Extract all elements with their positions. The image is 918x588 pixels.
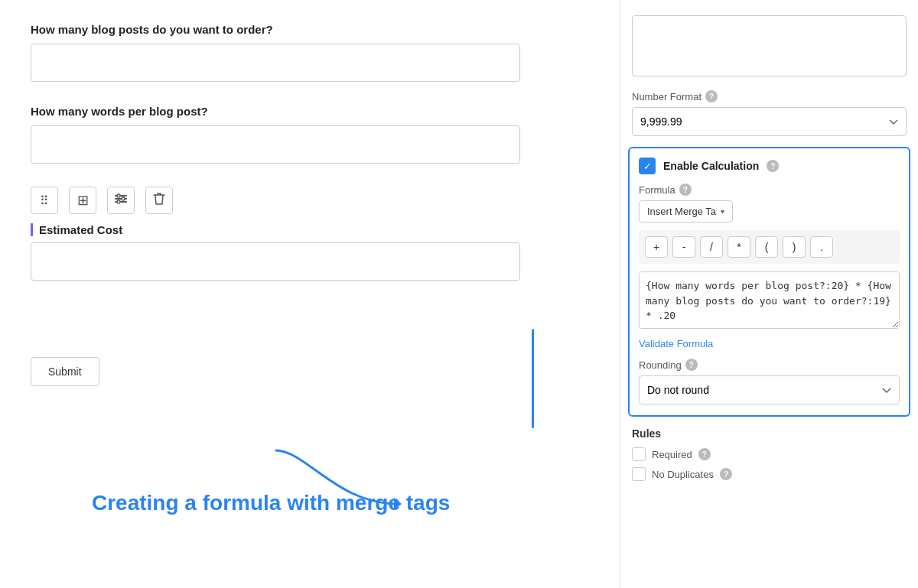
question1-section: How many blog posts do you want to order…: [31, 23, 589, 82]
no-duplicates-checkbox[interactable]: [632, 467, 646, 481]
number-format-label: Number Format ?: [632, 90, 907, 102]
calculation-box: ✓ Enable Calculation ? Formula ? Insert …: [628, 147, 910, 417]
toolbar-row: ⠿ ⊞: [31, 187, 589, 214]
no-duplicates-help-icon[interactable]: ?: [720, 468, 732, 480]
operator-divide-button[interactable]: /: [700, 236, 723, 258]
delete-button[interactable]: [145, 187, 173, 214]
drag-button[interactable]: ⠿: [31, 187, 58, 214]
settings-button[interactable]: [107, 187, 135, 214]
merge-tag-dropdown[interactable]: Insert Merge Ta ▾: [639, 200, 733, 223]
estimated-cost-input[interactable]: [31, 242, 520, 281]
operator-plus-button[interactable]: +: [645, 236, 668, 258]
formula-field-label: Formula ?: [639, 184, 900, 196]
question2-label: How many words per blog post?: [31, 105, 589, 118]
merge-tag-label: Insert Merge Ta: [647, 206, 716, 217]
operator-close-paren-button[interactable]: ): [783, 236, 806, 258]
drag-icon: ⠿: [40, 193, 49, 208]
question1-input[interactable]: [31, 44, 520, 82]
rules-label: Rules: [632, 427, 907, 440]
estimated-cost-section: Estimated Cost: [31, 223, 589, 281]
merge-tag-chevron-icon: ▾: [721, 207, 724, 216]
required-rule-row: Required ?: [632, 447, 907, 461]
estimated-cost-label: Estimated Cost: [31, 223, 589, 236]
svg-point-4: [122, 197, 125, 200]
trash-icon: [153, 192, 165, 209]
formula-help-icon[interactable]: ?: [679, 184, 692, 196]
duplicate-button[interactable]: ⊞: [69, 187, 96, 214]
rounding-select[interactable]: Do not round Round to nearest whole numb…: [639, 375, 900, 404]
top-textarea[interactable]: [632, 15, 907, 76]
enable-calc-help-icon[interactable]: ?: [767, 160, 779, 172]
enable-calculation-row: ✓ Enable Calculation ?: [639, 158, 900, 174]
required-help-icon[interactable]: ?: [698, 448, 711, 460]
operator-multiply-button[interactable]: *: [728, 236, 750, 258]
svg-point-5: [117, 200, 120, 203]
operator-row: + - / * ( ) .: [639, 230, 900, 264]
left-panel: How many blog posts do you want to order…: [0, 0, 620, 588]
question2-input[interactable]: [31, 125, 520, 164]
operator-minus-button[interactable]: -: [672, 236, 695, 258]
vertical-divider-line: [532, 329, 534, 428]
validate-formula-link[interactable]: Validate Formula: [639, 338, 900, 349]
formula-caption: Creating a formula with merge tags: [92, 491, 450, 515]
settings-icon: [114, 192, 128, 209]
number-format-select[interactable]: 9,999.99 9999.99 9.999,99: [632, 107, 907, 136]
svg-point-3: [117, 194, 120, 197]
rules-section: Rules Required ? No Duplicates ?: [620, 427, 918, 481]
enable-calculation-checkbox[interactable]: ✓: [639, 158, 656, 174]
formula-textarea[interactable]: {How many words per blog post?:20} * {Ho…: [639, 271, 900, 329]
question1-label: How many blog posts do you want to order…: [31, 23, 589, 36]
number-format-help-icon[interactable]: ?: [705, 90, 718, 102]
operator-dot-button[interactable]: .: [810, 236, 833, 258]
rounding-label: Rounding ?: [639, 359, 900, 371]
required-label: Required: [652, 449, 692, 460]
required-checkbox[interactable]: [632, 447, 646, 461]
operator-open-paren-button[interactable]: (: [755, 236, 778, 258]
duplicate-icon: ⊞: [77, 192, 89, 209]
no-duplicates-label: No Duplicates: [652, 469, 714, 480]
submit-button[interactable]: Submit: [31, 357, 99, 386]
rounding-help-icon[interactable]: ?: [685, 359, 698, 371]
enable-calculation-label: Enable Calculation: [663, 160, 759, 172]
right-panel: Number Format ? 9,999.99 9999.99 9.999,9…: [620, 0, 918, 588]
question2-section: How many words per blog post?: [31, 105, 589, 164]
no-duplicates-rule-row: No Duplicates ?: [632, 467, 907, 481]
